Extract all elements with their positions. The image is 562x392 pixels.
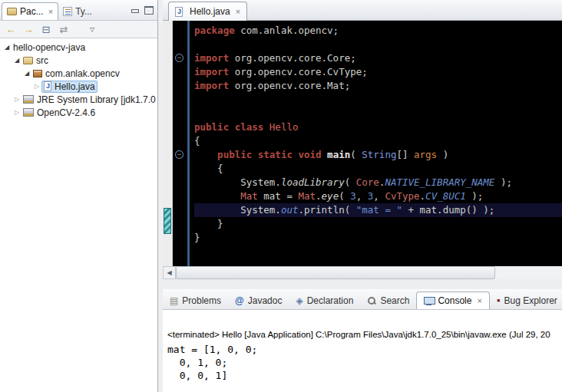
code-token: ( xyxy=(339,190,350,202)
code-token: loadLibrary xyxy=(281,176,345,188)
fold-collapse-icon[interactable]: − xyxy=(175,54,183,62)
code-token: System. xyxy=(194,176,281,188)
code-line-11[interactable]: { xyxy=(194,162,562,176)
code-line-10[interactable]: public static void main( String[] args ) xyxy=(194,148,562,162)
tab-declaration[interactable]: Declaration xyxy=(289,292,360,309)
code-line-2[interactable] xyxy=(194,38,562,51)
fold-collapse-icon[interactable]: − xyxy=(175,150,183,159)
code-area[interactable]: package com.anlak.opencv; import org.ope… xyxy=(190,21,562,266)
tab-console[interactable]: Console× xyxy=(416,292,489,309)
search-icon xyxy=(367,296,376,305)
code-token: NATIVE_LIBRARY_NAME xyxy=(385,176,494,188)
code-line-4[interactable]: import org.opencv.core.CvType; xyxy=(194,65,562,79)
editor-tabbar: Hello.java × xyxy=(163,0,562,21)
code-token: org.opencv.core.Core; xyxy=(229,52,356,64)
tab-search[interactable]: Search xyxy=(360,292,416,309)
left-view-tabbar: Pac...×Ty... xyxy=(0,0,157,21)
code-line-16[interactable]: } xyxy=(194,231,562,245)
code-token: dump xyxy=(443,204,466,216)
code-token: public static void xyxy=(217,149,327,160)
code-token: mat = xyxy=(258,190,299,202)
horizontal-scrollbar[interactable]: ◀ xyxy=(163,266,562,279)
tree-item-src[interactable]: ◢src xyxy=(0,54,157,67)
fold-ruler[interactable]: −− xyxy=(173,21,187,266)
code-token: . xyxy=(420,190,426,202)
code-line-3[interactable]: import org.opencv.core.Core; xyxy=(194,51,562,65)
code-token: com.anlak.opencv; xyxy=(235,25,339,36)
view-window-controls xyxy=(130,5,157,20)
forward-icon[interactable] xyxy=(21,23,35,35)
view-tab-pac[interactable]: Pac...× xyxy=(2,2,58,20)
view-menu-icon[interactable] xyxy=(85,23,99,35)
code-line-1[interactable]: package com.anlak.opencv; xyxy=(194,24,562,38)
code-token: CvType xyxy=(385,190,419,202)
eclipse-workbench: Pac...×Ty... ◢hello-opencv-java◢src◢com.… xyxy=(0,0,562,392)
code-token: import xyxy=(194,52,229,64)
maximize-icon[interactable] xyxy=(144,5,154,14)
tab-javadoc[interactable]: Javadoc xyxy=(228,292,289,309)
package-icon xyxy=(33,70,42,77)
expand-arrow-icon[interactable]: ▷ xyxy=(32,83,41,90)
code-line-8[interactable]: public class Hello xyxy=(194,120,562,134)
code-token: { xyxy=(194,163,223,174)
view-tab-ty[interactable]: Ty... xyxy=(58,3,97,20)
collapse-arrow-icon[interactable]: ◢ xyxy=(2,44,12,51)
bug-icon xyxy=(497,295,501,306)
expand-arrow-icon[interactable]: ▷ xyxy=(12,96,21,103)
code-token: } xyxy=(194,232,200,243)
code-token: args xyxy=(414,149,437,160)
editor-and-console-area: Hello.java × −− package com.anlak.opencv… xyxy=(158,0,562,392)
declaration-icon xyxy=(296,295,302,306)
code-token: ( xyxy=(350,149,362,160)
collapse-all-icon[interactable] xyxy=(39,23,53,35)
expand-arrow-icon[interactable]: ▷ xyxy=(12,109,21,116)
code-token: public class xyxy=(194,121,269,133)
close-icon[interactable]: × xyxy=(236,7,240,16)
problems-icon xyxy=(170,295,178,306)
java-file-icon xyxy=(175,7,183,17)
tree-item-opencv-2-4-6[interactable]: ▷OpenCV-2.4.6 xyxy=(0,106,157,119)
console-view[interactable]: <terminated> Hello [Java Application] C:… xyxy=(163,310,562,392)
code-token: String xyxy=(362,149,396,160)
scroll-left-icon[interactable]: ◀ xyxy=(163,266,176,279)
code-line-14[interactable]: System.out.println( "mat = " + mat.dump(… xyxy=(194,203,562,217)
link-with-editor-icon[interactable] xyxy=(57,23,71,35)
annotation-ruler[interactable] xyxy=(163,21,173,266)
tree-item-jre-system-library-jdk1-7-0[interactable]: ▷JRE System Library [jdk1.7.0 xyxy=(0,93,157,106)
code-token: 3 xyxy=(350,190,356,202)
code-line-6[interactable] xyxy=(194,93,562,107)
back-icon[interactable] xyxy=(4,23,18,35)
code-token: Hello xyxy=(269,121,299,133)
code-token: . xyxy=(298,204,304,216)
code-line-9[interactable]: { xyxy=(194,134,562,148)
close-icon[interactable]: × xyxy=(477,296,481,305)
project-tree: ◢hello-opencv-java◢src◢com.anlak.opencv▷… xyxy=(0,38,157,119)
tab-problems[interactable]: Problems xyxy=(163,292,228,309)
code-token: Mat xyxy=(298,190,316,202)
code-token: org.opencv.core.Mat; xyxy=(229,80,350,91)
tree-item-com-anlak-opencv[interactable]: ◢com.anlak.opencv xyxy=(0,67,157,80)
code-token: } xyxy=(194,218,223,229)
collapse-arrow-icon[interactable]: ◢ xyxy=(12,57,21,64)
editor-tab-hello-java[interactable]: Hello.java × xyxy=(168,2,247,21)
code-token: CV_8UC1 xyxy=(425,190,466,202)
minimize-icon[interactable] xyxy=(130,5,140,14)
code-line-5[interactable]: import org.opencv.core.Mat; xyxy=(194,79,562,93)
code-line-15[interactable]: } xyxy=(194,217,562,231)
console-icon xyxy=(424,297,434,305)
tree-item-hello-java[interactable]: ▷Hello.java xyxy=(0,80,157,93)
code-editor: −− package com.anlak.opencv; import org.… xyxy=(163,21,562,266)
javadoc-icon xyxy=(235,295,244,306)
code-token: "mat = " xyxy=(356,204,402,216)
close-icon[interactable]: × xyxy=(48,7,53,16)
tree-item-hello-opencv-java[interactable]: ◢hello-opencv-java xyxy=(0,41,157,54)
code-token: System. xyxy=(194,204,281,216)
code-token: ( xyxy=(345,204,356,216)
code-line-12[interactable]: System.loadLibrary( Core.NATIVE_LIBRARY_… xyxy=(194,176,562,189)
code-line-13[interactable]: Mat mat = Mat.eye( 3, 3, CvType.CV_8UC1 … xyxy=(194,189,562,203)
tab-bug-explorer[interactable]: Bug Explorer xyxy=(490,292,562,309)
code-line-7[interactable] xyxy=(194,107,562,120)
code-token: Mat xyxy=(240,190,258,202)
collapse-arrow-icon[interactable]: ◢ xyxy=(22,70,31,77)
scrollbar-thumb[interactable] xyxy=(176,266,495,279)
